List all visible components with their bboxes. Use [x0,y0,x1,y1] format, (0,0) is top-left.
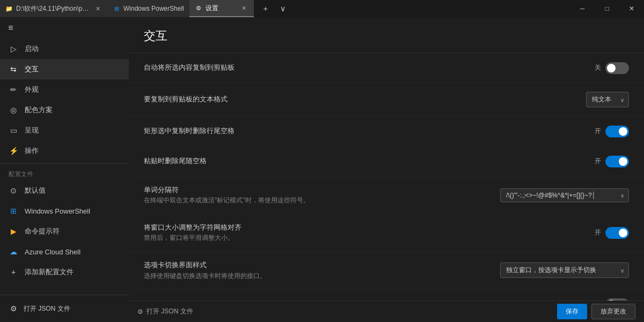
sidebar-item-add-profile[interactable]: + 添加新配置文件 [0,262,129,282]
close-button[interactable]: ✕ [619,0,644,17]
add-profile-icon: + [9,267,18,277]
settings-desc-tab-switcher: 选择使用键盘切换选项卡时将使用的接口。 [144,272,500,281]
toggle-auto-copy[interactable] [605,62,629,74]
dropdown-value-copy-format: 纯文本 [592,95,611,104]
sidebar-item-defaults[interactable]: ⊙ 默认值 [0,180,129,201]
content-area: 交互 自动将所选内容复制到剪贴板关要复制到剪贴板的文本格式纯文本∨矩形选中复制时… [129,17,644,301]
powershell-tab-icon: ⊞ [113,5,120,12]
startup-icon: ▷ [9,44,18,54]
toggle-auto-focus[interactable] [605,298,629,301]
dropdown-word-delimiters[interactable]: /\()"'-:.;<>~!@#$%^&*|+=[]{}~?│∨ [500,188,629,202]
sidebar-item-startup[interactable]: ▷ 启动 [0,39,129,59]
sidebar-item-windows-powershell-label: Windows PowerShell [25,207,90,215]
windows-powershell-icon: ⊞ [9,206,18,216]
settings-tab-close[interactable]: ✕ [240,4,248,12]
tab-actions: + ∨ [254,0,295,17]
sidebar-item-interaction-label: 交互 [25,64,39,74]
defaults-icon: ⊙ [9,186,18,195]
profiles-section-label: 配置文件 [0,166,129,180]
sidebar-item-interaction[interactable]: ⇆ 交互 [0,59,129,79]
settings-list: 自动将所选内容复制到剪贴板关要复制到剪贴板的文本格式纯文本∨矩形选中复制时删除行… [129,53,644,301]
sidebar-item-colorscheme-label: 配色方案 [25,105,53,115]
discard-button[interactable]: 放弃更改 [591,304,635,319]
tab-dropdown-button[interactable]: ∨ [275,1,290,16]
sidebar-item-defaults-label: 默认值 [25,186,46,195]
python-tab-close[interactable]: ✕ [93,4,102,13]
cmd-icon: ▶ [9,226,18,236]
tab-python[interactable]: 📁 D:\软件\24.11\Python\python.e ✕ [0,0,107,17]
sidebar: ≡ ▷ 启动 ⇆ 交互 ✏ 外观 ◎ 配色方案 ▭ 呈现 [0,17,129,322]
sidebar-item-cmd[interactable]: ▶ 命令提示符 [0,221,129,241]
window-controls: ─ □ ✕ [570,0,644,17]
toggle-label-snap-to-grid: 开 [595,228,601,237]
titlebar: 📁 D:\软件\24.11\Python\python.e ✕ ⊞ Window… [0,0,644,17]
sidebar-item-rendering-label: 呈现 [25,126,39,135]
settings-title-snap-to-grid: 将窗口大小调整为字符网格对齐 [144,223,595,232]
interaction-icon: ⇆ [9,64,18,74]
sidebar-item-cmd-label: 命令提示符 [25,226,60,236]
toggle-label-trim-trailing-rect: 开 [595,127,601,136]
sidebar-item-colorscheme[interactable]: ◎ 配色方案 [0,100,129,120]
settings-row-word-delimiters: 单词分隔符在终端中双击文本或激活"标记模式"时，将使用这些符号。/\()"'-:… [129,177,644,214]
sidebar-items: ▷ 启动 ⇆ 交互 ✏ 外观 ◎ 配色方案 ▭ 呈现 ⚡ 操作 [0,39,129,295]
toggle-snap-to-grid[interactable] [605,227,629,239]
toggle-trim-trailing-rect[interactable] [605,126,629,137]
rendering-icon: ▭ [9,126,18,135]
settings-title-trim-trailing-rect: 矩形选中复制时删除行尾空格 [144,126,595,136]
sidebar-item-rendering[interactable]: ▭ 呈现 [0,120,129,141]
settings-row-snap-to-grid: 将窗口大小调整为字符网格对齐禁用后，窗口将平滑调整大小。开 [129,214,644,252]
sidebar-item-azure-cloud-shell-label: Azure Cloud Shell [25,248,80,256]
open-json-footer-icon: ⚙ [137,308,143,316]
toggle-label-auto-copy: 关 [595,63,601,72]
dropdown-arrow-tab-switcher: ∨ [620,267,624,273]
dropdown-tab-switcher[interactable]: 独立窗口，按选项卡显示予切换∨ [500,262,629,278]
settings-title-tab-switcher: 选项卡切换界面样式 [144,260,500,270]
settings-tab-icon: ⚙ [195,4,202,12]
powershell-tab-label: Windows PowerShell [123,5,184,12]
footer-actions: 保存 放弃更改 [557,304,635,319]
page-title: 交互 [129,17,644,53]
maximize-button[interactable]: □ [595,0,619,17]
settings-desc-snap-to-grid: 禁用后，窗口将平滑调整大小。 [144,233,595,243]
colorscheme-icon: ◎ [9,105,18,115]
footer: ⚙ 打开 JSON 文件 保存 放弃更改 [129,301,644,322]
tab-powershell[interactable]: ⊞ Windows PowerShell [107,0,189,17]
settings-title-trim-paste: 粘贴时删除尾随空格 [144,156,595,166]
settings-row-auto-copy: 自动将所选内容复制到剪贴板关 [129,53,644,83]
save-button[interactable]: 保存 [557,304,587,319]
sidebar-item-actions-label: 操作 [25,146,39,156]
sidebar-menu-button[interactable]: ≡ [0,17,21,39]
dropdown-copy-format[interactable]: 纯文本∨ [586,92,629,107]
settings-row-copy-format: 要复制到剪贴板的文本格式纯文本∨ [129,83,644,116]
sidebar-item-startup-label: 启动 [25,44,39,54]
sidebar-item-windows-powershell[interactable]: ⊞ Windows PowerShell [0,201,129,221]
sidebar-item-azure-cloud-shell[interactable]: ☁ Azure Cloud Shell [0,241,129,262]
dropdown-arrow-word-delimiters: ∨ [620,192,624,198]
main-area: ≡ ▷ 启动 ⇆ 交互 ✏ 外观 ◎ 配色方案 ▭ 呈现 [0,17,644,322]
python-tab-icon: 📁 [5,5,13,12]
settings-title-copy-format: 要复制到剪贴板的文本格式 [144,94,586,104]
settings-row-tab-switcher: 选项卡切换界面样式选择使用键盘切换选项卡时将使用的接口。独立窗口，按选项卡显示予… [129,252,644,289]
open-json-footer-button[interactable]: ⚙ 打开 JSON 文件 [137,307,193,316]
open-json-sidebar-button[interactable]: ⚙ 打开 JSON 文件 [0,299,129,318]
tab-settings[interactable]: ⚙ 设置 ✕ [189,0,254,17]
sidebar-item-appearance[interactable]: ✏ 外观 [0,79,129,100]
dropdown-value-word-delimiters: /\()"'-:.;<>~!@#$%^&*|+=[]{}~?│ [506,192,596,199]
new-tab-button[interactable]: + [258,1,273,16]
minimize-button[interactable]: ─ [570,0,595,17]
settings-tab-label: 设置 [206,4,237,13]
settings-row-trim-paste: 粘贴时删除尾随空格开 [129,147,644,177]
sidebar-item-actions[interactable]: ⚡ 操作 [0,141,129,161]
settings-title-word-delimiters: 单词分隔符 [144,185,500,195]
settings-row-auto-focus: 鼠标悬停时自动聚焦窗格关 [129,290,644,301]
sidebar-item-appearance-label: 外观 [25,85,39,94]
tab-list: 📁 D:\软件\24.11\Python\python.e ✕ ⊞ Window… [0,0,570,17]
azure-cloud-shell-icon: ☁ [9,247,18,257]
sidebar-bottom: ⚙ 打开 JSON 文件 [0,295,129,322]
python-tab-label: D:\软件\24.11\Python\python.e [16,4,90,13]
toggle-trim-paste[interactable] [605,156,629,167]
open-json-sidebar-label: 打开 JSON 文件 [24,304,70,313]
toggle-label-trim-paste: 开 [595,157,601,166]
dropdown-value-tab-switcher: 独立窗口，按选项卡显示予切换 [506,266,596,275]
open-json-sidebar-icon: ⚙ [9,304,18,313]
